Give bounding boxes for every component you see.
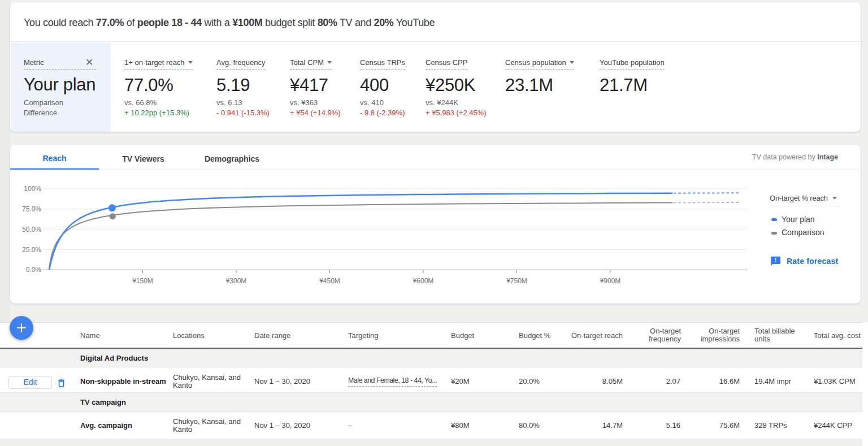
svg-text:¥150M: ¥150M — [132, 277, 153, 285]
svg-text:100%: 100% — [24, 185, 41, 193]
svg-text:75.0%: 75.0% — [22, 205, 41, 213]
svg-text:¥450M: ¥450M — [319, 277, 340, 285]
svg-text:¥750M: ¥750M — [506, 277, 527, 285]
svg-text:25.0%: 25.0% — [22, 246, 41, 254]
svg-text:¥300M: ¥300M — [225, 277, 247, 285]
svg-text:¥600M: ¥600M — [413, 277, 434, 285]
svg-text:50.0%: 50.0% — [22, 226, 41, 233]
svg-text:0.0%: 0.0% — [26, 266, 42, 274]
svg-text:¥900M: ¥900M — [600, 277, 621, 285]
